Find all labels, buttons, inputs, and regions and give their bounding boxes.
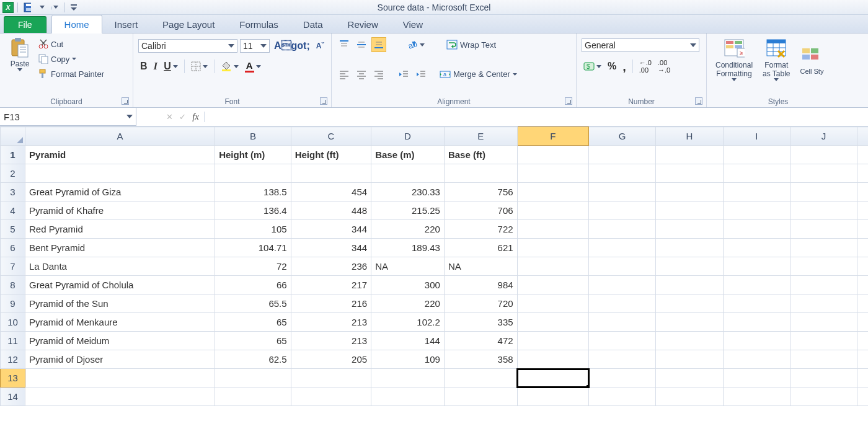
cell[interactable] [656,294,723,313]
cell[interactable] [589,350,656,369]
cell[interactable]: 216 [291,294,371,313]
cell[interactable] [790,164,857,183]
cell[interactable]: NA [371,257,445,276]
cell[interactable] [790,220,857,239]
cell[interactable] [790,294,857,313]
cell[interactable]: 217 [291,276,371,294]
cell[interactable] [589,332,656,350]
cell[interactable] [589,276,656,294]
conditional-formatting-button[interactable]: ≥ Conditional Formatting [712,37,756,82]
cell[interactable] [790,276,857,294]
cell[interactable]: 722 [444,220,517,239]
cell[interactable] [857,332,868,350]
align-left-button[interactable] [337,67,352,82]
comma-button[interactable]: , [621,58,628,76]
cell[interactable]: 756 [444,183,517,202]
copy-button[interactable]: Copy [37,53,105,64]
row-header[interactable]: 1 [1,146,25,164]
tab-review[interactable]: Review [335,16,391,33]
cell[interactable] [723,220,790,239]
align-top-button[interactable] [337,37,352,52]
cell[interactable] [723,294,790,313]
wrap-text-button[interactable]: Wrap Text [445,38,497,51]
column-header[interactable]: J [790,127,857,146]
cell[interactable] [589,202,656,220]
cell[interactable]: Pyramid [25,146,215,164]
file-tab[interactable]: File [4,16,46,33]
name-box[interactable]: F13 [0,108,136,126]
tab-view[interactable]: View [391,16,435,33]
undo-button[interactable] [35,2,46,13]
select-all-corner[interactable] [1,127,25,146]
dialog-launcher[interactable] [320,97,327,105]
align-bottom-button[interactable] [371,37,386,52]
cell[interactable]: 220 [371,220,445,239]
cell[interactable]: 72 [215,257,291,276]
cell[interactable] [656,332,723,350]
cell[interactable] [656,257,723,276]
cell[interactable]: La Danta [25,257,215,276]
cell[interactable]: 213 [291,313,371,332]
cell[interactable]: Great Pyramid of Cholula [25,276,215,294]
row-header[interactable]: 2 [1,164,25,183]
cell[interactable]: Pyramid of Menkaure [25,313,215,332]
cell[interactable] [371,164,445,183]
cell[interactable]: Pyramid of Khafre [25,202,215,220]
cell[interactable] [857,257,868,276]
cell[interactable] [857,369,868,388]
cell[interactable] [444,164,517,183]
percent-button[interactable]: % [606,59,618,74]
align-right-button[interactable] [371,67,386,82]
cell[interactable] [790,146,857,164]
cell[interactable] [857,388,868,406]
formula-input[interactable] [205,112,868,122]
cell[interactable]: 144 [371,332,445,350]
italic-button[interactable]: I [152,58,160,74]
column-header[interactable]: K [857,127,868,146]
cell[interactable] [589,146,656,164]
cell[interactable]: Height (m) [215,146,291,164]
cell[interactable] [723,332,790,350]
orientation-button[interactable]: ab [405,37,427,52]
cell[interactable] [723,257,790,276]
cell[interactable]: 344 [291,239,371,257]
cell[interactable] [656,239,723,257]
column-header[interactable]: I [723,127,790,146]
cell[interactable] [371,369,445,388]
cell[interactable] [589,257,656,276]
cell[interactable]: NA [444,257,517,276]
cell[interactable] [517,239,588,257]
dialog-launcher[interactable] [695,97,702,105]
cell[interactable]: 358 [444,350,517,369]
cell[interactable] [857,276,868,294]
cell[interactable] [723,164,790,183]
decrease-indent-button[interactable] [396,67,411,82]
cell[interactable]: 65 [215,332,291,350]
row-header[interactable]: 5 [1,220,25,239]
cell[interactable] [723,350,790,369]
cell[interactable] [517,350,588,369]
enter-formula-icon[interactable]: ✓ [179,112,186,122]
row-header[interactable]: 10 [1,313,25,332]
cell[interactable] [790,313,857,332]
cell[interactable] [723,183,790,202]
number-format-combo[interactable]: General [582,38,699,52]
cell[interactable]: 230.33 [371,183,445,202]
cell[interactable] [589,164,656,183]
increase-decimal-button[interactable]: ←.0.00 [637,57,653,76]
cell[interactable]: 66 [215,276,291,294]
font-name-combo[interactable]: Calibri [138,39,237,53]
cell[interactable] [517,257,588,276]
row-header[interactable]: 14 [1,388,25,406]
cell[interactable] [857,294,868,313]
cell[interactable] [589,313,656,332]
cell[interactable] [790,388,857,406]
cell[interactable]: Bent Pyramid [25,239,215,257]
cell[interactable] [857,164,868,183]
cell[interactable] [291,369,371,388]
cell[interactable] [656,369,723,388]
cell[interactable] [589,183,656,202]
cell[interactable] [589,220,656,239]
row-header[interactable]: 3 [1,183,25,202]
cell[interactable] [857,202,868,220]
